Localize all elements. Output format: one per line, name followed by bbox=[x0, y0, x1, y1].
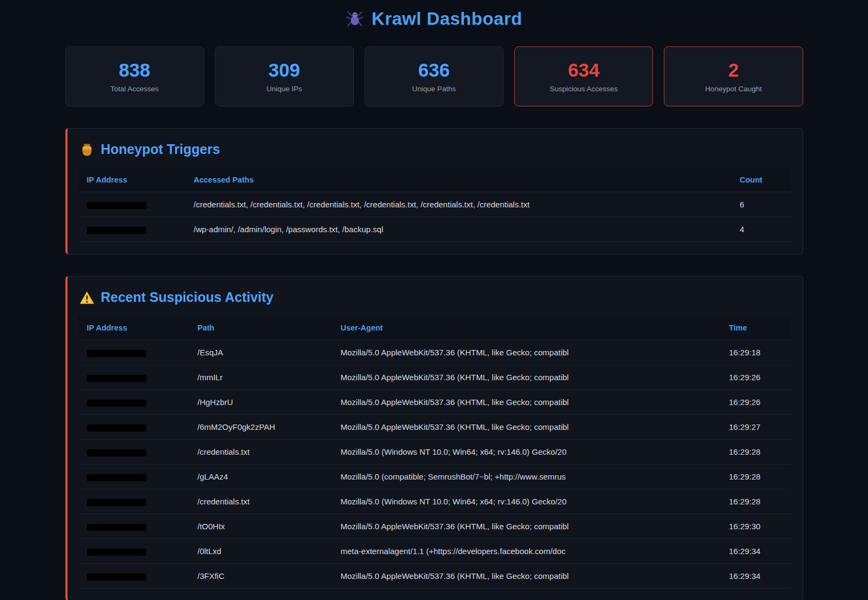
honeypot-icon bbox=[79, 142, 95, 157]
redacted-ip-bar bbox=[87, 449, 146, 456]
honeypot-table-header-row: IP Address Accessed Paths Count bbox=[78, 168, 791, 192]
suspicious-table-header-row: IP Address Path User-Agent Time bbox=[78, 316, 791, 340]
time-cell: 16:29:28 bbox=[721, 489, 791, 514]
redacted-ip-bar bbox=[87, 574, 146, 581]
ip-cell bbox=[78, 415, 189, 440]
suspicious-activity-panel: Recent Suspicious Activity IP Address Pa… bbox=[65, 276, 803, 600]
page-title: Krawl Dashboard bbox=[372, 9, 522, 29]
suspicious-table-body: /EsqJAMozilla/5.0 AppleWebKit/537.36 (KH… bbox=[78, 340, 791, 589]
honeypot-panel-heading: Honeypot Triggers bbox=[79, 141, 791, 157]
suspicious-table-row: /credentials.txtMozilla/5.0 (Windows NT … bbox=[78, 440, 791, 464]
suspicious-panel-heading: Recent Suspicious Activity bbox=[79, 289, 791, 305]
stat-label: Total Accesses bbox=[110, 85, 158, 93]
time-cell: 16:29:18 bbox=[721, 340, 791, 365]
page-header: Krawl Dashboard bbox=[65, 6, 803, 35]
path-cell: /credentials.txt bbox=[189, 489, 332, 514]
stat-value: 838 bbox=[119, 60, 150, 79]
stat-label: Honeypot Caught bbox=[705, 85, 762, 93]
path-cell: /gLAAz4 bbox=[189, 464, 332, 489]
time-cell: 16:29:26 bbox=[721, 390, 791, 415]
redacted-ip-bar bbox=[87, 524, 146, 531]
column-header-ip: IP Address bbox=[78, 168, 185, 192]
stats-row: 838 Total Accesses 309 Unique IPs 636 Un… bbox=[65, 46, 803, 106]
time-cell: 16:29:34 bbox=[721, 564, 791, 589]
suspicious-table-row: /credentials.txtMozilla/5.0 (Windows NT … bbox=[78, 489, 791, 514]
honeypot-table-row: /credentials.txt, /credentials.txt, /cre… bbox=[78, 192, 791, 217]
user-agent-cell: Mozilla/5.0 AppleWebKit/537.36 (KHTML, l… bbox=[332, 564, 721, 589]
stat-card-total-accesses: 838 Total Accesses bbox=[65, 46, 204, 106]
ip-cell bbox=[78, 514, 189, 539]
redacted-ip-bar bbox=[87, 350, 146, 357]
stat-card-suspicious-accesses: 634 Suspicious Accesses bbox=[514, 46, 653, 106]
suspicious-table-row: /HgHzbrUMozilla/5.0 AppleWebKit/537.36 (… bbox=[78, 390, 791, 415]
ip-cell bbox=[78, 539, 189, 564]
redacted-ip-bar bbox=[87, 400, 146, 407]
column-header-accessed-paths: Accessed Paths bbox=[185, 168, 731, 192]
stat-value: 2 bbox=[728, 60, 738, 79]
suspicious-table-row: /0ltLxdmeta-externalagent/1.1 (+https://… bbox=[78, 539, 791, 564]
stat-value: 309 bbox=[268, 60, 300, 79]
ip-cell bbox=[78, 390, 189, 415]
redacted-ip-bar bbox=[87, 375, 146, 382]
warning-icon bbox=[79, 290, 95, 305]
stat-value: 634 bbox=[568, 60, 600, 79]
column-header-time: Time bbox=[721, 316, 791, 340]
time-cell: 16:29:30 bbox=[721, 514, 791, 539]
honeypot-panel-title: Honeypot Triggers bbox=[101, 141, 220, 157]
ip-cell bbox=[78, 489, 189, 514]
suspicious-table-row: /6mM2OyF0gk2zPAHMozilla/5.0 AppleWebKit/… bbox=[78, 415, 791, 440]
stat-label: Unique Paths bbox=[412, 85, 456, 93]
honeypot-triggers-panel: Honeypot Triggers IP Address Accessed Pa… bbox=[65, 128, 803, 254]
user-agent-cell: Mozilla/5.0 AppleWebKit/537.36 (KHTML, l… bbox=[332, 514, 721, 539]
ip-cell bbox=[78, 564, 189, 589]
suspicious-table-row: /gLAAz4Mozilla/5.0 (compatible; SemrushB… bbox=[78, 464, 791, 489]
path-cell: /6mM2OyF0gk2zPAH bbox=[189, 415, 332, 440]
user-agent-cell: meta-externalagent/1.1 (+https://develop… bbox=[332, 539, 721, 564]
user-agent-cell: Mozilla/5.0 AppleWebKit/537.36 (KHTML, l… bbox=[332, 365, 721, 390]
ip-cell bbox=[78, 192, 185, 217]
honeypot-table: IP Address Accessed Paths Count /credent… bbox=[78, 168, 791, 242]
stat-label: Unique IPs bbox=[266, 85, 302, 93]
redacted-ip-bar bbox=[87, 202, 146, 209]
time-cell: 16:29:26 bbox=[721, 365, 791, 390]
redacted-ip-bar bbox=[87, 549, 146, 556]
accessed-paths-cell: /wp-admin/, /admin/login, /passwords.txt… bbox=[185, 217, 731, 242]
column-header-path: Path bbox=[189, 316, 332, 340]
time-cell: 16:29:28 bbox=[721, 464, 791, 489]
user-agent-cell: Mozilla/5.0 (compatible; SemrushBot/7~bl… bbox=[332, 464, 721, 489]
suspicious-table-row: /mmILrMozilla/5.0 AppleWebKit/537.36 (KH… bbox=[78, 365, 791, 390]
krawl-dashboard-page: Krawl Dashboard 838 Total Accesses 309 U… bbox=[65, 0, 803, 600]
suspicious-table-row: /3FXfiCMozilla/5.0 AppleWebKit/537.36 (K… bbox=[78, 564, 791, 589]
stat-label: Suspicious Accesses bbox=[550, 85, 618, 93]
redacted-ip-bar bbox=[87, 424, 146, 432]
ip-cell bbox=[78, 217, 185, 242]
count-cell: 4 bbox=[731, 217, 791, 242]
user-agent-cell: Mozilla/5.0 (Windows NT 10.0; Win64; x64… bbox=[332, 489, 721, 514]
time-cell: 16:29:27 bbox=[721, 415, 791, 440]
redacted-ip-bar bbox=[87, 227, 146, 234]
user-agent-cell: Mozilla/5.0 AppleWebKit/537.36 (KHTML, l… bbox=[332, 390, 721, 415]
path-cell: /EsqJA bbox=[189, 340, 332, 365]
honeypot-table-row: /wp-admin/, /admin/login, /passwords.txt… bbox=[78, 217, 791, 242]
spider-icon bbox=[346, 10, 364, 28]
user-agent-cell: Mozilla/5.0 AppleWebKit/537.36 (KHTML, l… bbox=[332, 340, 721, 365]
path-cell: /credentials.txt bbox=[189, 440, 332, 464]
suspicious-panel-title: Recent Suspicious Activity bbox=[101, 289, 274, 305]
stat-card-honeypot-caught: 2 Honeypot Caught bbox=[664, 46, 803, 106]
column-header-user-agent: User-Agent bbox=[332, 316, 721, 340]
suspicious-table-row: /tO0HtxMozilla/5.0 AppleWebKit/537.36 (K… bbox=[78, 514, 791, 539]
accessed-paths-cell: /credentials.txt, /credentials.txt, /cre… bbox=[185, 192, 731, 217]
stat-card-unique-ips: 309 Unique IPs bbox=[215, 46, 354, 106]
ip-cell bbox=[78, 464, 189, 489]
ip-cell bbox=[78, 365, 189, 390]
time-cell: 16:29:34 bbox=[721, 539, 791, 564]
ip-cell bbox=[78, 340, 189, 365]
honeypot-table-body: /credentials.txt, /credentials.txt, /cre… bbox=[78, 192, 791, 242]
path-cell: /tO0Htx bbox=[189, 514, 332, 539]
stat-value: 636 bbox=[418, 60, 449, 79]
redacted-ip-bar bbox=[87, 499, 146, 506]
stat-card-unique-paths: 636 Unique Paths bbox=[365, 46, 503, 106]
suspicious-table-row: /EsqJAMozilla/5.0 AppleWebKit/537.36 (KH… bbox=[78, 340, 791, 365]
count-cell: 6 bbox=[731, 192, 791, 217]
path-cell: /mmILr bbox=[189, 365, 332, 390]
